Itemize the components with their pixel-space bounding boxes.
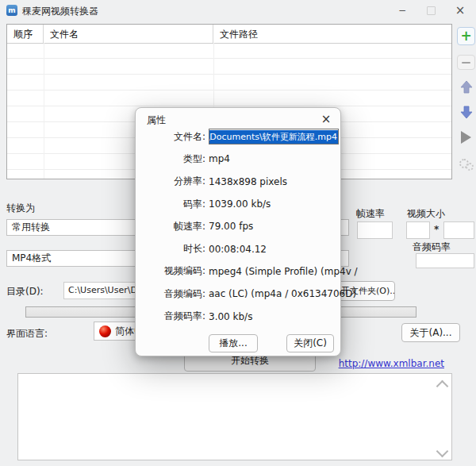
settings-gears-icon — [466, 163, 474, 171]
play-icon — [461, 131, 471, 144]
property-row: 帧速率:79.00 fps — [136, 215, 340, 237]
remove-file-icon — [462, 62, 470, 64]
property-label: 时长: — [136, 242, 205, 256]
property-row: 音频编码:aac (LC) (mp4a / 0x6134706D) — [136, 283, 340, 305]
property-label: 音频码率: — [136, 310, 205, 323]
property-value: 3.00 kb/s — [209, 311, 252, 322]
property-value: 1039.00 kb/s — [209, 198, 271, 210]
frame-rate-label: 帧速率 — [356, 207, 385, 221]
table-column-header[interactable]: 文件路径 — [213, 25, 451, 43]
move-up-button[interactable] — [457, 79, 475, 94]
log-textarea[interactable] — [17, 373, 452, 460]
property-label: 音频编码: — [136, 287, 205, 301]
language-label: 界面语言: — [6, 327, 48, 341]
property-row: 文件名:User\Documents\软件更新流程.mp4 — [136, 125, 340, 148]
play-button[interactable] — [457, 129, 475, 146]
property-value: 79.00 fps — [209, 221, 253, 232]
maximize-icon — [427, 6, 436, 15]
format-value: MP4格式 — [12, 252, 51, 265]
property-row: 码率:1039.00 kb/s — [136, 193, 340, 215]
move-down-icon — [460, 106, 473, 119]
dialog-close-button[interactable]: × — [318, 111, 334, 127]
property-row: 时长:00:08:04.12 — [136, 237, 340, 260]
dialog-play-button[interactable]: 播放... — [209, 334, 258, 352]
table-header-row: 顺序文件名文件路径 — [7, 25, 451, 44]
red-ball-flag-icon — [99, 325, 111, 337]
property-label: 分辨率: — [136, 175, 205, 188]
selected-text: User\Documents\软件更新流程.mp4 — [209, 130, 338, 144]
properties-dialog: 属性 × 文件名:User\Documents\软件更新流程.mp4类型:mp4… — [135, 107, 341, 356]
dialog-properties: 文件名:User\Documents\软件更新流程.mp4类型:mp4分辨率:1… — [136, 125, 340, 328]
remove-file-button[interactable] — [457, 55, 475, 70]
directory-label: 目录(D): — [6, 285, 44, 298]
property-row: 分辨率:1438x898 pixels — [136, 171, 340, 193]
property-label: 视频编码: — [136, 264, 205, 278]
preset-value: 常用转换 — [12, 221, 50, 234]
minimize-button[interactable]: − — [393, 2, 411, 18]
add-file-button[interactable]: + — [457, 27, 475, 45]
table-column-header[interactable]: 文件名 — [44, 25, 213, 43]
dialog-close-action-button[interactable]: 关闭(C) — [286, 334, 334, 352]
video-height-field[interactable] — [443, 221, 474, 239]
close-button[interactable]: × — [451, 2, 469, 18]
video-size-label: 视频大小 — [407, 207, 445, 221]
convert-to-label: 转换为 — [6, 202, 35, 215]
settings-button[interactable] — [457, 156, 475, 173]
move-up-icon — [460, 80, 473, 94]
property-row: 视频编码:mpeg4 (Simple Profile) (mp4v / — [136, 260, 340, 283]
audio-bitrate-label: 音频码率 — [413, 241, 451, 254]
property-label: 类型: — [136, 152, 205, 166]
frame-rate-field[interactable] — [357, 221, 393, 239]
table-column-header[interactable]: 顺序 — [7, 25, 44, 43]
property-label: 帧速率: — [136, 220, 205, 233]
property-row: 类型:mp4 — [136, 148, 340, 170]
maximize-button[interactable] — [422, 2, 440, 18]
property-value: mpeg4 (Simple Profile) (mp4v / — [209, 266, 358, 277]
video-width-field[interactable] — [406, 221, 430, 239]
column-divider — [44, 43, 44, 179]
about-button[interactable]: 关于(A)... — [401, 323, 460, 342]
website-link-wrap: http://www.xmlbar.net — [301, 358, 444, 369]
property-value: aac (LC) (mp4a / 0x6134706D) — [209, 288, 356, 299]
window-title: 稞麦网视频转换器 — [22, 5, 98, 18]
filename-input[interactable]: User\Documents\软件更新流程.mp4 — [209, 129, 339, 144]
app-logo-icon: m — [6, 5, 17, 16]
titlebar: m 稞麦网视频转换器 − × — [0, 0, 476, 21]
video-size-separator: * — [434, 224, 439, 235]
website-link[interactable]: http://www.xmlbar.net — [339, 358, 444, 369]
audio-bitrate-field[interactable] — [416, 253, 474, 268]
property-value: 00:08:04.12 — [209, 244, 267, 255]
move-down-button[interactable] — [457, 104, 475, 120]
property-row: 音频码率:3.00 kb/s — [136, 305, 340, 327]
property-label: 文件名: — [136, 130, 205, 144]
property-label: 码率: — [136, 198, 205, 211]
property-value: 1438x898 pixels — [209, 176, 287, 187]
property-value: mp4 — [209, 153, 230, 164]
